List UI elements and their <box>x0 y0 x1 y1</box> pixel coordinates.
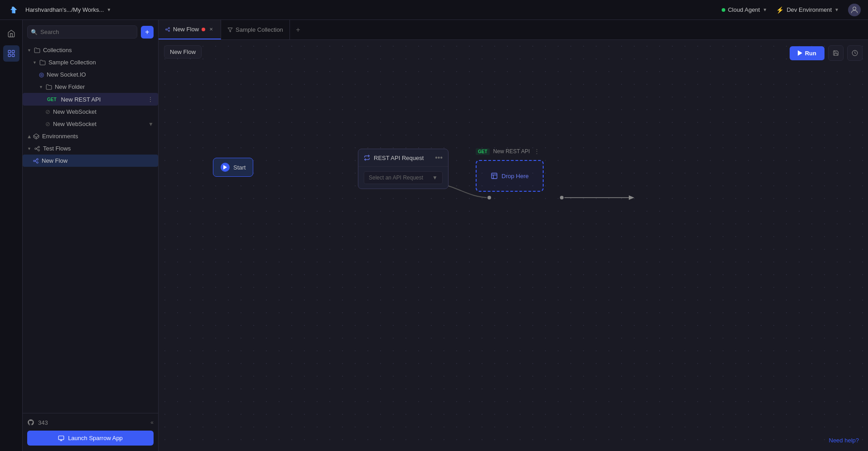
get-badge: GET <box>45 97 58 102</box>
new-websocket-2-label: New WebSocket <box>53 121 145 127</box>
new-folder-arrow-icon: ▼ <box>39 85 43 89</box>
start-icon <box>221 163 230 172</box>
get-node-label: GET New REST API ⋮ <box>476 148 540 155</box>
svg-line-15 <box>35 159 37 160</box>
svg-rect-33 <box>492 173 497 179</box>
agent-chevron-icon: ▼ <box>762 7 767 12</box>
github-count: 343 <box>38 419 48 426</box>
sparrow-icon <box>58 435 64 441</box>
github-row[interactable]: 343 « <box>27 419 154 426</box>
api-request-node: REST API Request ••• Select an API Reque… <box>358 149 448 189</box>
agent-status-icon <box>722 8 725 12</box>
sidebar-item-collections[interactable]: ▼ Collections <box>23 44 158 56</box>
sidebar-item-new-folder[interactable]: ▼ New Folder <box>23 81 158 93</box>
tab-unsaved-dot <box>202 28 205 31</box>
canvas-area[interactable]: New Flow Run <box>159 40 868 451</box>
workspace-selector[interactable]: Harshvardhan's.../My Works... ▼ <box>25 6 111 13</box>
sidebar-item-websocket-2[interactable]: ⊘ New WebSocket ▼ <box>23 118 158 130</box>
tab-new-flow-label: New Flow <box>173 26 199 33</box>
websocket-1-icon: ⊘ <box>45 108 50 115</box>
svg-point-21 <box>169 27 170 29</box>
get-badge-canvas: GET <box>476 148 490 155</box>
workspace-chevron-icon: ▼ <box>106 7 111 12</box>
need-help-link[interactable]: Need help? <box>829 437 859 444</box>
api-request-icon <box>364 155 370 161</box>
run-button[interactable]: Run <box>790 46 825 60</box>
cloud-agent-selector[interactable]: Cloud Agent ▼ <box>722 6 767 13</box>
sidebar-item-new-rest-api[interactable]: GET New REST API ⋮ <box>23 93 158 106</box>
env-selector[interactable]: ⚡ Dev Environment ▼ <box>776 6 839 14</box>
topbar-right: Cloud Agent ▼ ⚡ Dev Environment ▼ <box>722 4 861 16</box>
socket-io-icon: ◎ <box>39 71 44 78</box>
tab-collection-icon <box>227 27 233 33</box>
collapse-icon[interactable]: « <box>150 419 154 426</box>
user-avatar[interactable] <box>848 4 861 16</box>
need-help-label: Need help? <box>829 437 859 444</box>
tab-sample-collection[interactable]: Sample Collection <box>221 20 290 39</box>
collections-icon[interactable] <box>3 45 19 62</box>
sample-collection-arrow-icon: ▼ <box>33 60 37 65</box>
api-request-label: REST API Request <box>374 155 424 161</box>
canvas-top-right: Run <box>790 45 863 61</box>
svg-line-16 <box>35 161 37 162</box>
canvas-toolbar: New Flow <box>164 45 202 58</box>
sidebar-item-websocket-1[interactable]: ⊘ New WebSocket <box>23 106 158 118</box>
launch-sparrow-button[interactable]: Launch Sparrow App <box>27 431 154 446</box>
folder-closed-icon <box>46 84 52 90</box>
main-layout: 🔍 + ▼ Collections ▼ Sample Collection ◎ … <box>0 20 868 451</box>
svg-point-22 <box>169 30 170 31</box>
test-flows-arrow-icon: ▼ <box>27 146 31 151</box>
drop-here-label: Drop Here <box>502 173 529 179</box>
history-action-button[interactable] <box>847 45 863 61</box>
svg-rect-1 <box>8 50 10 53</box>
svg-marker-31 <box>629 195 634 200</box>
get-node-more-icon[interactable]: ⋮ <box>534 148 540 155</box>
main-content: New Flow ✕ Sample Collection + New Flow <box>159 20 868 451</box>
run-icon <box>798 50 802 56</box>
folder-icon <box>34 47 40 53</box>
sidebar-item-environments[interactable]: ▶ Environments <box>23 130 158 142</box>
environments-arrow-icon: ▶ <box>27 135 31 138</box>
save-action-button[interactable] <box>828 45 844 61</box>
api-node-body: Select an API Request ▼ <box>358 167 448 189</box>
layers-icon <box>33 133 39 140</box>
tab-add-button[interactable]: + <box>290 20 306 39</box>
api-node-header: REST API Request ••• <box>358 149 448 167</box>
svg-marker-32 <box>223 165 227 170</box>
websocket-2-dropdown-icon: ▼ <box>148 121 154 127</box>
tab-sample-collection-label: Sample Collection <box>236 26 283 33</box>
tab-close-button[interactable]: ✕ <box>208 26 214 33</box>
flow-icon <box>34 145 40 152</box>
sidebar-item-sample-collection[interactable]: ▼ Sample Collection <box>23 56 158 68</box>
svg-point-20 <box>166 29 167 30</box>
app-logo[interactable] <box>7 4 20 16</box>
svg-rect-4 <box>12 54 14 57</box>
layers-icon: ⚡ <box>776 6 784 14</box>
start-label: Start <box>233 164 246 171</box>
canvas-breadcrumb: New Flow <box>164 45 202 58</box>
drop-here-node[interactable]: Drop Here <box>476 160 544 192</box>
sidebar-item-test-flows[interactable]: ▼ Test Flows <box>23 142 158 155</box>
sample-collection-label: Sample Collection <box>48 59 154 66</box>
topbar: Harshvardhan's.../My Works... ▼ Cloud Ag… <box>0 0 868 20</box>
sidebar-item-new-socket-io[interactable]: ◎ New Socket.IO <box>23 68 158 81</box>
rest-api-more-icon[interactable]: ⋮ <box>147 96 154 103</box>
search-input[interactable] <box>27 25 137 39</box>
svg-marker-26 <box>798 50 802 56</box>
sidebar-bottom: 343 « Launch Sparrow App <box>23 413 158 451</box>
add-button[interactable]: + <box>141 26 154 39</box>
svg-point-14 <box>37 161 39 163</box>
svg-marker-25 <box>228 28 232 32</box>
api-select-dropdown[interactable]: Select an API Request ▼ <box>364 171 443 184</box>
tab-new-flow[interactable]: New Flow ✕ <box>159 20 221 39</box>
svg-point-9 <box>38 149 40 151</box>
tab-bar: New Flow ✕ Sample Collection + <box>159 20 868 40</box>
svg-point-30 <box>559 195 564 200</box>
api-node-more-icon[interactable]: ••• <box>435 154 443 162</box>
sidebar-item-new-flow[interactable]: New Flow <box>23 155 158 167</box>
new-websocket-1-label: New WebSocket <box>53 108 154 115</box>
sidebar-tree: ▼ Collections ▼ Sample Collection ◎ New … <box>23 42 158 413</box>
test-flows-label: Test Flows <box>43 145 154 152</box>
collections-label: Collections <box>43 47 154 53</box>
home-icon[interactable] <box>3 25 19 42</box>
